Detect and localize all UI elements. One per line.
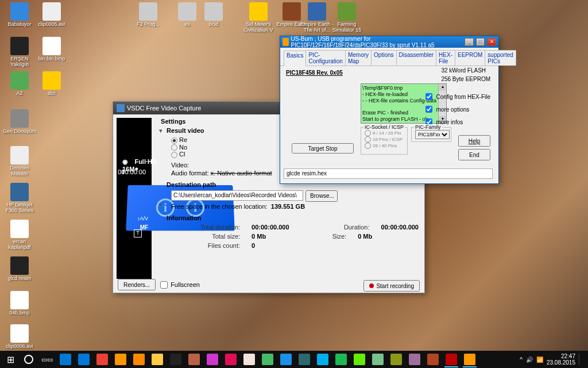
information-header: Information [167, 214, 419, 221]
taskbar-start[interactable]: ⊞ [1, 351, 20, 367]
tab-hex-file[interactable]: HEX-File [436, 50, 455, 66]
vsdc-app-icon [117, 104, 125, 112]
help-button[interactable]: Help [458, 135, 490, 147]
taskbar-app9[interactable] [405, 351, 424, 367]
desktop-icon[interactable]: ercan kaplanpdf [2, 220, 37, 248]
check-more-options[interactable]: more options [423, 104, 490, 114]
taskbar-app5[interactable] [295, 351, 314, 367]
taskbar-steam[interactable] [167, 351, 185, 367]
volume-icon[interactable]: 🔊 [526, 356, 533, 363]
system-tray[interactable]: ^ 🔊 📶 22:47 23.08.2015 [520, 353, 587, 366]
eeprom-info: 256 Byte EEPROM [441, 76, 490, 82]
tab-options[interactable]: Options [371, 50, 396, 66]
usburn-app-icon [283, 38, 289, 46]
taskbar-clock[interactable]: 22:47 23.08.2015 [547, 353, 575, 366]
desktop-icon[interactable]: bcid [196, 2, 231, 31]
taskbar-edge[interactable] [75, 351, 93, 367]
maximize-button[interactable]: □ [476, 38, 485, 46]
taskbar-filezilla[interactable] [442, 351, 461, 367]
desktop-icon[interactable]: glcd resim [2, 256, 37, 285]
tab-pic-configuration[interactable]: PIC-Configuration [305, 50, 345, 66]
flash-info: 32 kWord FLASH [441, 67, 490, 74]
taskbar-taskview[interactable]: ▭▭ [38, 351, 56, 367]
pic-family-fieldset: PIC-Family PIC18Fxxx [411, 127, 451, 142]
target-stop-button[interactable]: Target Stop [292, 143, 354, 154]
start-recording-button[interactable]: Start recording [363, 280, 420, 292]
taskbar-np[interactable] [203, 351, 222, 367]
tab-eeprom[interactable]: EEPROM [455, 50, 485, 66]
taskbar-store[interactable] [56, 351, 75, 367]
taskbar-calc[interactable] [185, 351, 203, 367]
taskbar-app2[interactable] [240, 351, 258, 367]
ic-option[interactable]: 18 Pins / ICSP [365, 136, 404, 143]
desktop-icon[interactable]: Geri Dönüşüm [2, 109, 37, 138]
destination-path-input[interactable] [171, 190, 303, 201]
chevron-down-icon[interactable]: ▾ [157, 127, 164, 135]
desktop-icon[interactable]: dizi [34, 71, 69, 100]
desktop-icon[interactable]: clip0005.avi [34, 2, 69, 31]
freespace-value: 139.551 GB [271, 203, 305, 210]
tray-chevron-icon[interactable]: ^ [520, 356, 523, 363]
taskbar-vlc[interactable] [130, 351, 148, 367]
tab-supported-pics[interactable]: supported PICs [485, 50, 516, 66]
desktop-icon[interactable]: ERŞEN Yakılgın [2, 37, 37, 66]
taskbar-cortana[interactable] [20, 351, 38, 367]
tab-bar: BasicsPIC-ConfigurationMemory MapOptions… [280, 48, 498, 66]
desktop-icon[interactable]: HP Deskjet F300 Series [2, 183, 37, 212]
audio-format-label: Audio format: [171, 170, 208, 177]
timecode: 000:00:00 [118, 168, 146, 175]
video-preview: ◉ 16M Full·HD ● I 000:00:00 i i ↕A/V MF … [117, 118, 152, 279]
audio-format-value: x. Native audio format [211, 170, 272, 177]
hex-file-path[interactable]: glcde resim.hex [284, 168, 493, 179]
chevron-down-icon[interactable]: ▾ [157, 201, 164, 208]
taskbar-explorer[interactable] [148, 351, 167, 367]
ic-socket-fieldset: IC-Socket / ICSP 8 / 14 / 20 Pin18 Pins … [361, 127, 408, 155]
renders-button[interactable]: Renders... [118, 279, 156, 290]
taskbar-app6[interactable] [350, 351, 369, 367]
usburn-title-text: US-Burn , USB programmer for PIC10F/12F/… [291, 36, 461, 48]
desktop-icon[interactable]: F2 Prog... [131, 2, 165, 31]
ic-option[interactable]: 28 / 40 Pins [365, 143, 404, 149]
browse-button[interactable]: Browse... [305, 190, 338, 202]
taskbar-spotify[interactable] [332, 351, 350, 367]
taskbar-firefox[interactable] [111, 351, 130, 367]
taskbar-app1[interactable] [222, 351, 240, 367]
desktop-icon[interactable]: Babatuyor [2, 2, 37, 31]
tab-memory-map[interactable]: Memory Map [345, 50, 372, 66]
desktop-icon[interactable]: Empire Earth - The Art of... [300, 2, 334, 31]
freespace-label: Free space in the chosen location: [171, 203, 268, 210]
taskbar-usburn[interactable] [461, 351, 479, 367]
tab-basics[interactable]: Basics [284, 51, 306, 66]
taskbar: ⊞▭▭ ^ 🔊 📶 22:47 23.08.2015 [0, 351, 588, 368]
taskbar-app10[interactable] [424, 351, 442, 367]
pic-family-select[interactable]: PIC18Fxxx [415, 130, 450, 139]
taskbar-app7[interactable] [369, 351, 387, 367]
fullscreen-checkbox[interactable]: Fullscreen [158, 279, 200, 290]
desktop-icon[interactable]: 04b.bmp [2, 291, 37, 320]
av-indicator: ↕A/V [137, 216, 148, 221]
check-config-from-hex-file[interactable]: Config from HEX-File [423, 91, 490, 102]
close-button[interactable]: ✕ [487, 38, 496, 46]
desktop-icon[interactable]: Sid Meier's Civilization V [241, 2, 276, 31]
taskbar-app3[interactable] [258, 351, 277, 367]
taskbar-app8[interactable] [387, 351, 405, 367]
taskbar-app4[interactable] [277, 351, 295, 367]
taskbar-skype[interactable] [314, 351, 332, 367]
scroll-up-icon[interactable]: ▴ [439, 84, 446, 91]
show-desktop-button[interactable] [579, 354, 583, 365]
ic-option[interactable]: 8 / 14 / 20 Pin [365, 130, 404, 136]
usburn-window: US-Burn , USB programmer for PIC10F/12F/… [280, 36, 499, 184]
desktop-icon[interactable]: Denetim Masası [2, 146, 37, 175]
desktop-icon[interactable]: bin.bin.bmp [34, 37, 69, 66]
t-icon: T [134, 229, 142, 237]
usburn-titlebar[interactable]: US-Burn , USB programmer for PIC10F/12F/… [280, 36, 498, 48]
tab-disassembler[interactable]: Disassembler [396, 50, 437, 66]
minimize-button[interactable]: _ [465, 38, 474, 46]
desktop-icon[interactable]: A2 [2, 71, 37, 100]
network-icon[interactable]: 📶 [536, 356, 543, 363]
desktop-icon[interactable]: Farming Simulator 15 [330, 2, 364, 31]
vsdc-title-text: VSDC Free Video Capture [127, 105, 201, 112]
taskbar-chrome[interactable] [93, 351, 111, 367]
desktop-icon[interactable]: clip0006.avi [2, 324, 37, 353]
end-button[interactable]: End [458, 149, 490, 160]
